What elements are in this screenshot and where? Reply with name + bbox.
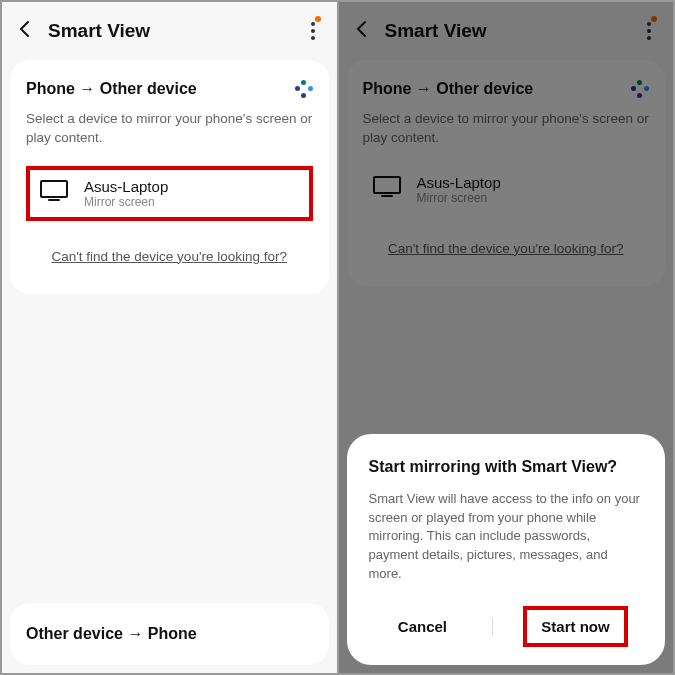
- tv-icon: [373, 176, 401, 202]
- tv-icon: [40, 180, 68, 206]
- svg-rect-0: [41, 181, 67, 197]
- device-name: Asus-Laptop: [417, 174, 501, 191]
- dialog-actions: Cancel Start now: [369, 606, 644, 647]
- notification-dot-icon: [315, 16, 321, 22]
- notification-dot-icon: [651, 16, 657, 22]
- header: Smart View: [339, 2, 674, 60]
- help-find-device-link[interactable]: Can't find the device you're looking for…: [363, 241, 650, 266]
- back-icon[interactable]: [16, 18, 34, 44]
- more-menu-button[interactable]: [639, 18, 659, 44]
- content-area: Phone → Other device Select a device to …: [2, 60, 337, 294]
- mode-title: Phone → Other device: [363, 80, 534, 98]
- mode-row: Phone → Other device: [26, 80, 313, 98]
- options-diamond-icon[interactable]: [295, 80, 313, 98]
- screen-left: Smart View Phone → Other device Select a…: [2, 2, 337, 673]
- mode-subtitle: Select a device to mirror your phone's s…: [26, 110, 313, 148]
- more-menu-button[interactable]: [303, 18, 323, 44]
- device-item-asus-laptop[interactable]: Asus-Laptop Mirror screen: [26, 166, 313, 221]
- more-vert-icon: [647, 22, 651, 40]
- page-title: Smart View: [385, 20, 487, 42]
- divider: [492, 618, 493, 636]
- screen-right: Smart View Phone → Other device Select a…: [339, 2, 674, 673]
- cancel-button[interactable]: Cancel: [384, 610, 461, 643]
- more-vert-icon: [311, 22, 315, 40]
- page-title: Smart View: [48, 20, 150, 42]
- content-area: Phone → Other device Select a device to …: [339, 60, 674, 286]
- device-name: Asus-Laptop: [84, 178, 168, 195]
- dialog-body: Smart View will have access to the info …: [369, 490, 644, 584]
- reverse-mode-title: Other device → Phone: [26, 625, 313, 643]
- dialog-title: Start mirroring with Smart View?: [369, 458, 644, 476]
- device-sublabel: Mirror screen: [417, 191, 501, 205]
- svg-rect-2: [374, 177, 400, 193]
- options-diamond-icon[interactable]: [631, 80, 649, 98]
- device-text: Asus-Laptop Mirror screen: [84, 178, 168, 209]
- back-icon[interactable]: [353, 18, 371, 44]
- start-now-button[interactable]: Start now: [523, 606, 627, 647]
- reverse-mode-card[interactable]: Other device → Phone: [10, 603, 329, 665]
- device-text: Asus-Laptop Mirror screen: [417, 174, 501, 205]
- header: Smart View: [2, 2, 337, 60]
- help-find-device-link[interactable]: Can't find the device you're looking for…: [26, 249, 313, 274]
- start-mirroring-dialog: Start mirroring with Smart View? Smart V…: [347, 434, 666, 665]
- mirror-mode-card: Phone → Other device Select a device to …: [347, 60, 666, 286]
- mode-title: Phone → Other device: [26, 80, 197, 98]
- mode-subtitle: Select a device to mirror your phone's s…: [363, 110, 650, 148]
- mode-row: Phone → Other device: [363, 80, 650, 98]
- device-item-asus-laptop[interactable]: Asus-Laptop Mirror screen: [363, 166, 650, 213]
- device-sublabel: Mirror screen: [84, 195, 168, 209]
- mirror-mode-card: Phone → Other device Select a device to …: [10, 60, 329, 294]
